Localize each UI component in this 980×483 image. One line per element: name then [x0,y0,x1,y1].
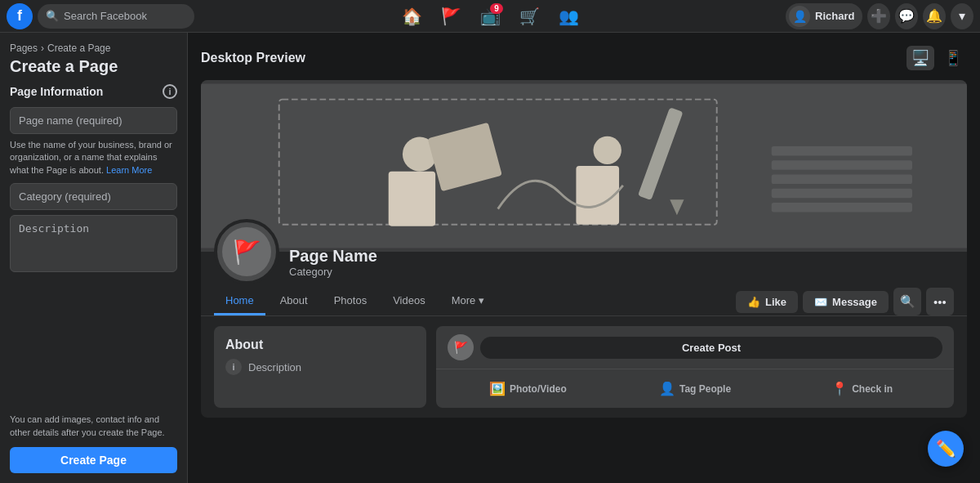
create-post-avatar: 🚩 [448,334,474,360]
page-nav-tabs: Home About Photos Videos More ▾ [214,288,496,315]
footer-note: You can add images, contact info and oth… [10,414,177,439]
page-heading: Create a Page [10,57,177,76]
page-preview: 🚩 Page Name Category Home About Photos V… [201,80,967,418]
create-post-main-button[interactable]: Create Post [480,337,942,359]
tab-photos[interactable]: Photos [323,288,378,315]
svg-rect-9 [772,146,912,155]
breadcrumb-pages[interactable]: Pages [10,42,38,54]
add-btn[interactable]: ➕ [867,3,890,29]
photo-video-btn[interactable]: 🖼️ Photo/Video [448,376,608,401]
section-title: Page Information [10,85,103,98]
create-post-actions: 🖼️ Photo/Video 👤 Tag People 📍 Check in [436,369,954,408]
check-in-icon: 📍 [831,381,848,396]
about-card: About i Description [214,326,426,408]
description-input[interactable] [10,215,177,272]
sidebar: Pages › Create a Page Create a Page Page… [0,33,188,483]
search-icon: 🔍 [46,10,59,22]
notification-badge: 9 [490,3,503,14]
preview-header: Desktop Preview 🖥️ 📱 [201,46,967,70]
create-page-button[interactable]: Create Page [10,447,177,473]
svg-point-5 [593,136,621,164]
sidebar-footer: You can add images, contact info and oth… [10,405,177,483]
main-content: Pages › Create a Page Create a Page Page… [0,33,980,483]
device-switcher: 🖥️ 📱 [906,46,967,70]
messenger-btn[interactable]: 💬 [895,3,918,29]
svg-rect-10 [772,160,912,169]
preview-title: Desktop Preview [201,51,305,65]
tab-videos[interactable]: Videos [381,288,437,315]
floating-action-button[interactable]: ✏️ [928,431,964,467]
user-name: Richard [815,10,854,22]
svg-rect-3 [389,172,435,226]
info-icon[interactable]: i [163,84,177,99]
profile-pic-inner: 🚩 [222,227,271,276]
preview-panel: Desktop Preview 🖥️ 📱 [188,33,980,483]
svg-rect-11 [772,175,912,184]
breadcrumb-separator: › [41,42,44,54]
search-box[interactable]: 🔍 [38,4,194,29]
nav-center: 🏠 🚩 📺 9 🛒 👥 [194,2,786,31]
user-chip[interactable]: 👤 Richard [786,3,862,29]
helper-text: Use the name of your business, brand or … [10,139,177,177]
profile-category: Category [289,266,377,278]
menu-btn[interactable]: ▾ [951,3,973,29]
tab-home[interactable]: Home [214,288,265,315]
svg-rect-12 [772,189,912,198]
facebook-logo: f [7,3,33,29]
category-input[interactable] [10,183,177,210]
create-post-header: 🚩 Create Post [436,326,954,369]
like-button[interactable]: 👍 Like [736,291,798,313]
search-page-btn[interactable]: 🔍 [893,288,921,315]
notifications-btn[interactable]: 🔔 [923,3,946,29]
learn-more-link[interactable]: Learn More [106,165,152,175]
mobile-view-btn[interactable]: 📱 [939,46,967,70]
photo-video-icon: 🖼️ [489,381,506,396]
profile-name: Page Name [289,247,377,266]
svg-rect-13 [772,203,912,212]
about-description: i Description [225,359,415,375]
desktop-view-btn[interactable]: 🖥️ [906,46,934,70]
about-desc-text: Description [248,361,301,373]
marketplace-nav-btn[interactable]: 🛒 [511,2,547,31]
search-input[interactable] [64,10,186,22]
feed-nav-btn[interactable]: 📺 9 [472,2,508,31]
check-in-btn[interactable]: 📍 Check in [782,376,942,401]
breadcrumb: Pages › Create a Page [10,42,177,54]
profile-picture: 🚩 [214,219,279,284]
create-post-card: 🚩 Create Post 🖼️ Photo/Video 👤 Tag Peopl… [436,326,954,408]
breadcrumb-current: Create a Page [47,42,110,54]
friends-nav-btn[interactable]: 👥 [550,2,586,31]
tag-people-icon: 👤 [659,381,675,396]
top-navigation: f 🔍 🏠 🚩 📺 9 🛒 👥 👤 Richard ➕ 💬 🔔 ▾ [0,0,980,33]
message-icon: ✉️ [814,296,827,308]
profile-section: 🚩 Page Name Category [201,219,967,284]
tag-people-btn[interactable]: 👤 Tag People [615,376,776,401]
about-desc-icon: i [225,359,242,375]
page-nav-actions: 👍 Like ✉️ Message 🔍 ••• [736,288,954,315]
nav-left: f 🔍 [7,3,194,29]
tab-about[interactable]: About [269,288,319,315]
page-nav: Home About Photos Videos More ▾ 👍 Like ✉… [201,288,967,316]
message-button[interactable]: ✉️ Message [803,291,889,313]
pages-nav-btn[interactable]: 🚩 [433,2,469,31]
page-name-input[interactable] [10,107,177,134]
nav-right: 👤 Richard ➕ 💬 🔔 ▾ [786,3,973,29]
page-body: About i Description 🚩 Create Post 🖼️ [201,316,967,418]
like-icon: 👍 [747,296,760,308]
more-options-btn[interactable]: ••• [926,288,954,315]
profile-info: Page Name Category [289,247,377,284]
home-nav-btn[interactable]: 🏠 [394,2,430,31]
tab-more[interactable]: More ▾ [440,288,496,315]
about-card-title: About [225,338,415,352]
section-header: Page Information i [10,84,177,99]
avatar: 👤 [789,6,810,27]
